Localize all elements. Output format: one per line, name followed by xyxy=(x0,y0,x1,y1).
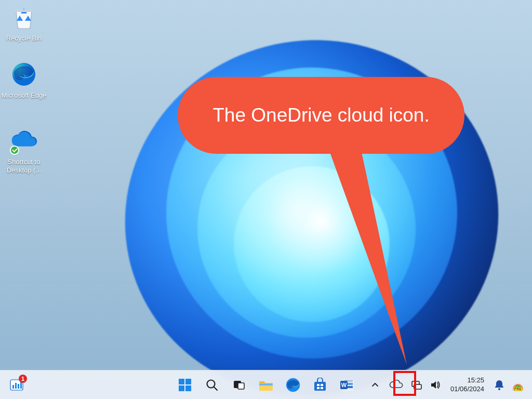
svg-rect-0 xyxy=(15,9,33,12)
pre-app-button[interactable]: PRE xyxy=(509,373,527,397)
taskbar-right: 15:25 01/06/2024 PRE xyxy=(366,370,532,399)
svg-rect-4 xyxy=(12,385,14,389)
task-view-button[interactable] xyxy=(227,373,251,397)
edge-app-button[interactable] xyxy=(281,373,305,397)
desktop-icon-edge[interactable]: Microsoft Edge xyxy=(0,60,48,100)
chevron-up-icon xyxy=(371,381,379,389)
callout-tail xyxy=(326,142,430,371)
word-app-button[interactable]: W xyxy=(335,373,360,397)
svg-rect-18 xyxy=(314,382,326,391)
svg-rect-19 xyxy=(317,384,320,386)
search-icon xyxy=(205,378,219,392)
edge-icon xyxy=(10,60,38,88)
task-view-icon xyxy=(232,378,246,392)
svg-text:W: W xyxy=(341,382,347,388)
clock-date: 01/06/2024 xyxy=(450,385,484,393)
desktop-icon-label: Microsoft Edge xyxy=(0,91,48,100)
svg-rect-8 xyxy=(179,379,184,384)
bell-icon xyxy=(494,379,504,391)
svg-rect-9 xyxy=(185,379,191,384)
svg-rect-30 xyxy=(414,384,421,389)
svg-marker-2 xyxy=(326,142,407,365)
svg-rect-5 xyxy=(15,383,17,389)
desktop-icon-label: Shortcut to Desktop (... xyxy=(0,158,48,175)
word-icon: W xyxy=(339,378,355,392)
start-button[interactable] xyxy=(172,373,197,397)
svg-rect-15 xyxy=(238,383,244,389)
taskbar: 1 xyxy=(0,370,532,399)
svg-rect-16 xyxy=(259,383,273,385)
network-tray-button[interactable] xyxy=(408,373,425,397)
pre-app-icon: PRE xyxy=(511,379,525,391)
svg-line-13 xyxy=(214,387,217,390)
svg-text:PRE: PRE xyxy=(514,387,522,391)
clock-time: 15:25 xyxy=(467,376,484,384)
file-explorer-icon xyxy=(258,378,274,392)
desktop[interactable]: Recycle Bin Microsoft Edge Shortcut to D… xyxy=(0,0,532,399)
notifications-button[interactable] xyxy=(490,373,508,397)
widgets-badge: 1 xyxy=(19,375,27,383)
desktop-icon-label: Recycle Bin xyxy=(0,34,48,43)
start-icon xyxy=(178,378,192,392)
svg-rect-10 xyxy=(179,385,184,391)
svg-point-31 xyxy=(498,388,500,390)
volume-tray-button[interactable] xyxy=(427,373,444,397)
onedrive-tray-button[interactable] xyxy=(385,373,407,397)
network-icon xyxy=(411,380,422,390)
desktop-icon-recycle-bin[interactable]: Recycle Bin xyxy=(0,3,48,43)
onedrive-cloud-icon xyxy=(389,380,403,390)
svg-rect-20 xyxy=(321,384,323,386)
widgets-button[interactable]: 1 xyxy=(4,373,29,397)
svg-rect-11 xyxy=(185,385,191,391)
volume-icon xyxy=(430,380,441,390)
sync-ok-badge-icon xyxy=(10,145,19,155)
microsoft-store-button[interactable] xyxy=(308,373,332,397)
desktop-icon-shortcut[interactable]: Shortcut to Desktop (... xyxy=(0,127,48,175)
recycle-bin-icon xyxy=(10,3,38,31)
edge-icon xyxy=(285,377,301,393)
taskbar-clock[interactable]: 15:25 01/06/2024 xyxy=(445,376,489,393)
svg-rect-22 xyxy=(321,387,323,389)
svg-rect-6 xyxy=(18,384,19,389)
onedrive-shortcut-icon xyxy=(10,127,38,155)
svg-rect-21 xyxy=(317,387,320,389)
file-explorer-button[interactable] xyxy=(254,373,278,397)
callout-text: The OneDrive cloud icon. xyxy=(212,103,429,127)
search-button[interactable] xyxy=(200,373,224,397)
annotation-callout: The OneDrive cloud icon. xyxy=(178,77,464,186)
store-icon xyxy=(313,378,327,392)
tray-chevron-button[interactable] xyxy=(366,373,384,397)
taskbar-center: W xyxy=(172,370,360,399)
